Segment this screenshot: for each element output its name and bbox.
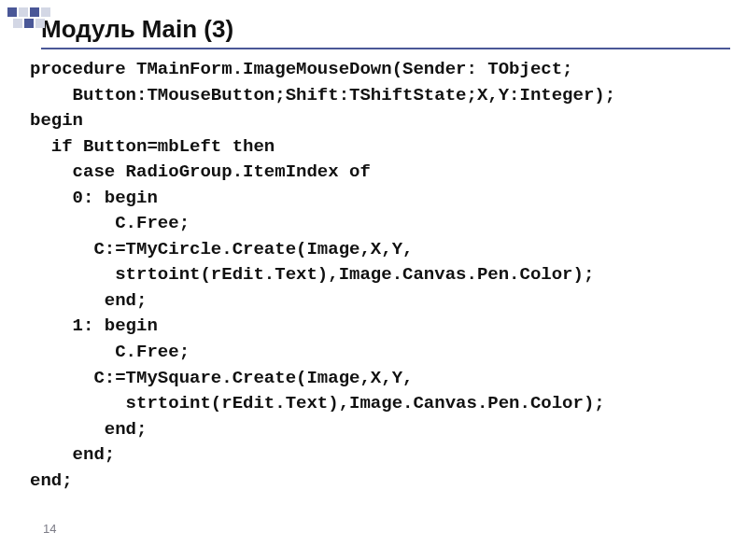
code-line: C.Free;	[30, 213, 190, 233]
code-line: case RadioGroup.ItemIndex of	[30, 161, 371, 182]
code-line: strtoint(rEdit.Text),Image.Canvas.Pen.Co…	[30, 393, 605, 413]
code-block: procedure TMainForm.ImageMouseDown(Sende…	[30, 57, 730, 494]
code-line: C.Free;	[30, 342, 190, 362]
header-decoration	[7, 7, 148, 28]
code-line: C:=TMySquare.Create(Image,X,Y,	[30, 368, 413, 388]
code-line: procedure TMainForm.ImageMouseDown(Sende…	[30, 59, 573, 79]
deco-square	[13, 19, 22, 28]
deco-square	[24, 19, 34, 28]
code-line: end;	[30, 470, 73, 491]
deco-square	[19, 7, 28, 17]
code-line: begin	[30, 110, 83, 131]
deco-square	[7, 7, 17, 17]
deco-square	[35, 19, 45, 28]
code-line: C:=TMyCircle.Create(Image,X,Y,	[30, 239, 413, 259]
deco-square	[30, 7, 39, 17]
code-line: end;	[30, 419, 147, 440]
code-line: end;	[30, 444, 115, 465]
deco-square	[41, 7, 50, 17]
code-line: 0: begin	[30, 188, 158, 208]
code-line: 1: begin	[30, 315, 158, 336]
code-line: end;	[30, 290, 147, 311]
code-line: if Button=mbLeft then	[30, 136, 275, 157]
code-line: Button:TMouseButton;Shift:TShiftState;X,…	[30, 85, 615, 105]
code-line: strtoint(rEdit.Text),Image.Canvas.Pen.Co…	[30, 264, 594, 285]
slide: Модуль Main (3) procedure TMainForm.Imag…	[0, 0, 747, 560]
page-number: 14	[43, 522, 56, 536]
